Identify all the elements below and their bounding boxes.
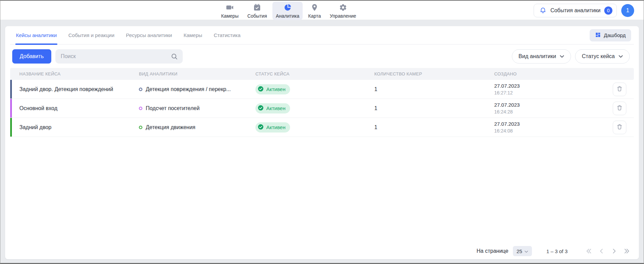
first-page-icon[interactable]	[585, 247, 593, 255]
analytics-type-filter-label: Вид аналитики	[519, 53, 556, 59]
tab-events-reactions[interactable]: События и реакции	[68, 26, 114, 44]
created-date: 27.07.2023	[494, 102, 603, 108]
prev-page-icon[interactable]	[598, 247, 605, 255]
created-time: 16:24:08	[494, 127, 603, 134]
nav-item-analytics[interactable]: Аналитика	[272, 2, 303, 20]
status-badge: Активен	[255, 84, 290, 94]
created-cell: 27.07.2023 16:27:12	[494, 83, 603, 96]
chevron-down-icon	[524, 248, 528, 254]
column-header-case-status: СТАТУС КЕЙСА	[255, 71, 374, 76]
analytics-cases-panel: Кейсы аналитики События и реакции Ресурс…	[5, 26, 639, 259]
created-date: 27.07.2023	[494, 121, 603, 127]
camera-count: 1	[374, 86, 494, 92]
table-row[interactable]: Основной вход Подсчет посетителей Активе…	[10, 99, 634, 118]
video-camera-icon	[226, 3, 234, 13]
analytics-type-label: Детекция движения	[146, 124, 195, 130]
trash-icon	[616, 123, 623, 131]
chevron-down-icon	[619, 53, 623, 59]
delete-case-button[interactable]	[613, 83, 626, 96]
case-color-bar	[10, 118, 12, 137]
created-cell: 27.07.2023 16:24:28	[494, 102, 603, 115]
analytics-type-cell: Детекция движения	[139, 124, 255, 130]
next-page-icon[interactable]	[610, 247, 618, 255]
created-date: 27.07.2023	[494, 83, 603, 89]
case-status-filter-label: Статус кейса	[582, 53, 615, 59]
status-label: Активен	[266, 105, 285, 111]
table-row[interactable]: Задний двор. Детекция повреждений Детекц…	[10, 80, 634, 99]
bell-icon	[539, 6, 547, 15]
pager	[585, 247, 630, 255]
table-row[interactable]: Задний двор Детекция движения Активен 1 …	[10, 118, 634, 137]
nav-item-map[interactable]: Карта	[305, 2, 324, 20]
table-header: НАЗВАНИЕ КЕЙСА ВИД АНАЛИТИКИ СТАТУС КЕЙС…	[10, 68, 634, 80]
search-input[interactable]	[55, 49, 183, 64]
check-circle-icon	[258, 105, 264, 112]
created-cell: 27.07.2023 16:24:08	[494, 121, 603, 134]
delete-case-button[interactable]	[613, 102, 626, 115]
case-color-bar	[10, 80, 12, 99]
topbar: Камеры События Аналитика Карта Управлени…	[0, 1, 644, 20]
calendar-check-icon	[253, 3, 261, 13]
column-header-camera-count: КОЛИЧЕСТВО КАМЕР	[374, 71, 494, 76]
nav-item-events[interactable]: События	[244, 2, 270, 20]
created-time: 16:27:12	[494, 89, 603, 96]
tab-analytics-resources[interactable]: Ресурсы аналитики	[126, 26, 172, 44]
analytics-events-button[interactable]: События аналитики 0	[534, 4, 617, 17]
per-page-value: 25	[517, 248, 522, 254]
nav-item-management[interactable]: Управление	[326, 2, 360, 20]
per-page-select[interactable]: 25	[513, 246, 532, 256]
tab-cameras[interactable]: Камеры	[183, 26, 202, 44]
nav-item-label: События	[247, 13, 267, 19]
search-box	[55, 49, 183, 64]
nav-item-label: Управление	[330, 13, 356, 19]
pagination-range: 1 – 3 of 3	[546, 248, 568, 254]
dashboard-button[interactable]: Дашборд	[590, 29, 631, 41]
case-name: Основной вход	[10, 105, 139, 111]
nav-item-label: Камеры	[221, 13, 238, 19]
topbar-right: События аналитики 0 1	[534, 4, 634, 17]
tabs-bar: Кейсы аналитики События и реакции Ресурс…	[10, 26, 634, 45]
tab-statistics[interactable]: Статистика	[214, 26, 240, 44]
analytics-type-ring-icon	[139, 107, 142, 110]
gear-icon	[339, 3, 347, 13]
status-label: Активен	[266, 124, 285, 130]
trash-icon	[616, 85, 623, 93]
case-color-bar	[10, 99, 12, 118]
column-header-created: СОЗДАНО	[494, 71, 603, 76]
case-status-filter[interactable]: Статус кейса	[575, 49, 630, 64]
map-pin-icon	[310, 3, 319, 13]
camera-count: 1	[374, 124, 494, 130]
case-name: Задний двор. Детекция повреждений	[10, 86, 139, 92]
analytics-type-filter[interactable]: Вид аналитики	[512, 49, 571, 64]
main-nav: Камеры События Аналитика Карта Управлени…	[218, 2, 360, 20]
check-circle-icon	[258, 86, 264, 93]
analytics-events-label: События аналитики	[550, 7, 601, 14]
events-count-badge: 0	[604, 6, 612, 15]
add-case-button[interactable]: Добавить	[12, 49, 51, 64]
avatar[interactable]: 1	[621, 4, 634, 17]
created-time: 16:24:28	[494, 108, 603, 115]
toolbar: Добавить Вид аналитики Статус кейса	[10, 49, 634, 64]
table-footer: На странице 25 1 – 3 of 3	[10, 243, 634, 259]
dashboard-grid-icon	[595, 32, 601, 39]
last-page-icon[interactable]	[623, 247, 630, 255]
camera-count: 1	[374, 105, 494, 111]
column-header-name: НАЗВАНИЕ КЕЙСА	[10, 71, 139, 76]
tabs: Кейсы аналитики События и реакции Ресурс…	[16, 26, 240, 44]
dashboard-button-label: Дашборд	[604, 32, 626, 38]
nav-item-label: Карта	[308, 13, 321, 19]
case-name: Задний двор	[10, 124, 139, 130]
per-page-label: На странице	[477, 248, 508, 254]
filters: Вид аналитики Статус кейса	[512, 49, 630, 64]
cases-table: НАЗВАНИЕ КЕЙСА ВИД АНАЛИТИКИ СТАТУС КЕЙС…	[10, 68, 634, 137]
delete-case-button[interactable]	[613, 121, 626, 134]
column-header-analytics-type: ВИД АНАЛИТИКИ	[139, 71, 255, 76]
tab-analytics-cases[interactable]: Кейсы аналитики	[16, 26, 57, 44]
analytics-type-ring-icon	[139, 126, 142, 129]
status-badge: Активен	[255, 122, 290, 133]
analytics-type-cell: Детекция повреждения / перекр...	[139, 86, 255, 92]
nav-item-cameras[interactable]: Камеры	[218, 2, 242, 20]
status-label: Активен	[266, 86, 285, 92]
chevron-down-icon	[560, 53, 564, 59]
analytics-type-label: Подсчет посетителей	[146, 105, 200, 111]
